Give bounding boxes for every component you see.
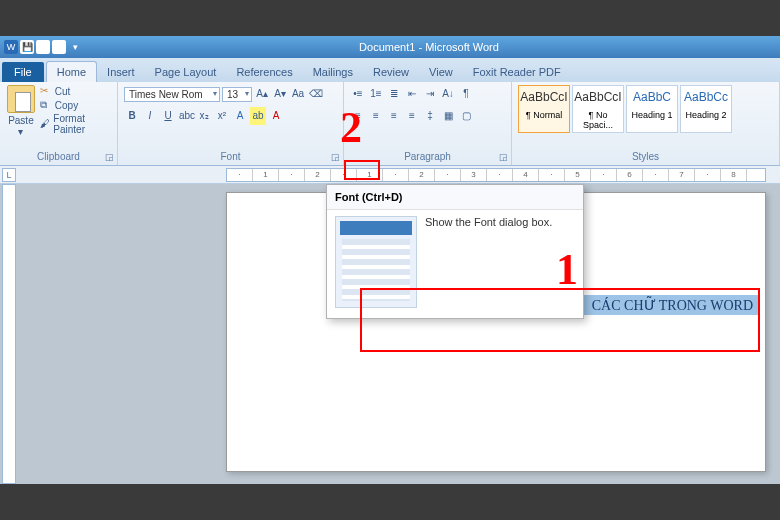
style-item[interactable]: AaBbCcI¶ No Spaci...: [572, 85, 624, 133]
grow-font-button[interactable]: A▴: [254, 85, 270, 103]
align-right-button[interactable]: ≡: [386, 107, 402, 125]
horizontal-ruler[interactable]: ·1·2·1·2·3·4·5·6·7·8: [226, 168, 766, 182]
tooltip-title: Font (Ctrl+D): [327, 185, 583, 210]
tab-mailings[interactable]: Mailings: [303, 62, 363, 82]
style-item[interactable]: AaBbCcHeading 2: [680, 85, 732, 133]
undo-icon[interactable]: ↶: [36, 40, 50, 54]
tab-home[interactable]: Home: [46, 61, 97, 82]
clipboard-launcher[interactable]: ◲: [103, 151, 115, 163]
subscript-button[interactable]: x₂: [196, 107, 212, 125]
font-name-combo[interactable]: Times New Rom: [124, 87, 220, 102]
annotation-box-1: [360, 288, 760, 352]
copy-icon: ⧉: [40, 99, 52, 111]
style-item[interactable]: AaBbCHeading 1: [626, 85, 678, 133]
group-label-styles: Styles: [518, 149, 773, 164]
styles-gallery[interactable]: AaBbCcI¶ NormalAaBbCcI¶ No Spaci...AaBbC…: [518, 85, 773, 133]
tab-file[interactable]: File: [2, 62, 44, 82]
tab-view[interactable]: View: [419, 62, 463, 82]
numbering-button[interactable]: 1≡: [368, 85, 384, 103]
redo-icon[interactable]: ↷: [52, 40, 66, 54]
tooltip-text: Show the Font dialog box.: [425, 216, 552, 228]
font-size-combo[interactable]: 13: [222, 87, 252, 102]
increase-indent-button[interactable]: ⇥: [422, 85, 438, 103]
multilevel-button[interactable]: ≣: [386, 85, 402, 103]
annotation-1: 1: [556, 244, 578, 295]
paste-icon: [7, 85, 35, 113]
title-bar: W 💾 ↶ ↷ ▾ Document1 - Microsoft Word: [0, 36, 780, 58]
copy-button[interactable]: ⧉Copy: [40, 99, 111, 111]
sort-button[interactable]: A↓: [440, 85, 456, 103]
superscript-button[interactable]: x²: [214, 107, 230, 125]
annotation-box-2: [344, 160, 380, 180]
tab-selector[interactable]: L: [2, 168, 16, 182]
tab-references[interactable]: References: [226, 62, 302, 82]
word-icon[interactable]: W: [4, 40, 18, 54]
show-marks-button[interactable]: ¶: [458, 85, 474, 103]
save-icon[interactable]: 💾: [20, 40, 34, 54]
clear-formatting-button[interactable]: ⌫: [308, 85, 324, 103]
annotation-2: 2: [340, 102, 362, 153]
borders-button[interactable]: ▢: [458, 107, 474, 125]
vertical-ruler[interactable]: [2, 184, 16, 484]
group-label-clipboard: Clipboard: [6, 149, 111, 164]
tab-review[interactable]: Review: [363, 62, 419, 82]
justify-button[interactable]: ≡: [404, 107, 420, 125]
cut-button[interactable]: ✂Cut: [40, 85, 111, 97]
tab-page-layout[interactable]: Page Layout: [145, 62, 227, 82]
tab-insert[interactable]: Insert: [97, 62, 145, 82]
tab-foxit[interactable]: Foxit Reader PDF: [463, 62, 571, 82]
ribbon: Paste ▾ ✂Cut ⧉Copy 🖌Format Painter Clipb…: [0, 82, 780, 166]
qat-more-icon[interactable]: ▾: [68, 40, 82, 54]
align-center-button[interactable]: ≡: [368, 107, 384, 125]
underline-button[interactable]: U: [160, 107, 176, 125]
highlight-button[interactable]: ab: [250, 107, 266, 125]
italic-button[interactable]: I: [142, 107, 158, 125]
format-painter-button[interactable]: 🖌Format Painter: [40, 113, 111, 135]
brush-icon: 🖌: [40, 118, 50, 130]
bullets-button[interactable]: •≡: [350, 85, 366, 103]
paste-button[interactable]: Paste ▾: [6, 85, 36, 137]
ribbon-tabs: File Home Insert Page Layout References …: [0, 58, 780, 82]
line-spacing-button[interactable]: ‡: [422, 107, 438, 125]
paragraph-launcher[interactable]: ◲: [497, 151, 509, 163]
shrink-font-button[interactable]: A▾: [272, 85, 288, 103]
scissors-icon: ✂: [40, 85, 52, 97]
window-title: Document1 - Microsoft Word: [82, 41, 776, 53]
style-item[interactable]: AaBbCcI¶ Normal: [518, 85, 570, 133]
text-effects-button[interactable]: A: [232, 107, 248, 125]
strikethrough-button[interactable]: abc: [178, 107, 194, 125]
shading-button[interactable]: ▦: [440, 107, 456, 125]
ruler-area: L ·1·2·1·2·3·4·5·6·7·8: [0, 166, 780, 184]
bold-button[interactable]: B: [124, 107, 140, 125]
decrease-indent-button[interactable]: ⇤: [404, 85, 420, 103]
change-case-button[interactable]: Aa: [290, 85, 306, 103]
group-label-font: Font: [124, 149, 337, 164]
font-color-button[interactable]: A: [268, 107, 284, 125]
